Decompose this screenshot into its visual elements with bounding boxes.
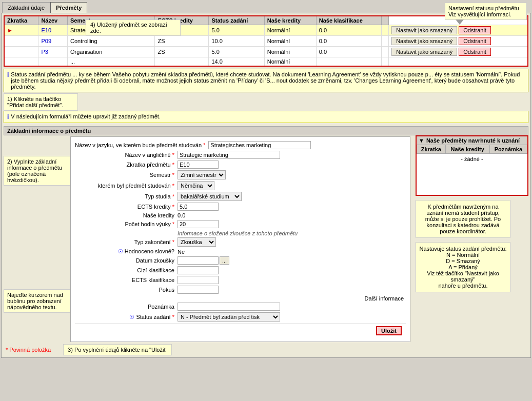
poznamka-input[interactable] [178, 303, 280, 311]
tooltip-consult: K předmětům navrženým na uznání nemá stu… [416, 200, 510, 238]
col-poznamka-uznani: Poznámka [489, 145, 527, 154]
form-row-nazev-en: Název v angličtině * [75, 151, 406, 159]
form-row-typ-studia: Typ studia * bakalářské studium magister… [75, 192, 406, 201]
save-button[interactable]: Uložit [376, 326, 402, 335]
col-kredity-uznani: Naše kredity [445, 145, 489, 154]
subject-form: Název v jazyku, ve kterém bude předmět s… [70, 136, 410, 342]
right-panel-container: ▼ Naše předměty navrhnuté k uznání Zkrat… [416, 135, 528, 342]
cell-semestr [155, 57, 209, 67]
cell-status: Normální [264, 25, 316, 36]
cizi-klasifikace-input[interactable] [178, 266, 219, 274]
remove-button[interactable]: Odstranit [459, 37, 491, 45]
cell-nazev: ... [67, 57, 154, 67]
bottom-row: * Povinná položka 3) Po vyplnění údajů k… [4, 344, 528, 355]
cell-ects: 10.0 [209, 36, 264, 47]
tooltip-save-instruction: 3) Po vyplnění údajů klikněte na "Uložit… [63, 344, 172, 355]
form-row-jazyk: kterém byl předmět studován * Němčina An… [75, 181, 406, 190]
form-row-poznamka: Poznámka [75, 303, 406, 311]
col-zkratka-uznani: Zkratka [417, 145, 446, 154]
nazev-en-input[interactable] [178, 151, 280, 159]
cell-semestr: ZS [155, 47, 209, 57]
cell-status: Normální [264, 47, 316, 57]
form-row-status: ☉ Status zadání * N - Předmět byl zadán … [75, 312, 406, 322]
required-note: * Povinná položka [4, 345, 53, 355]
form-row-ects: ECTS kredity * [75, 203, 406, 211]
right-panel-header: ▼ Naše předměty navrhnuté k uznání [417, 136, 527, 145]
cell-nase_klasifikace [381, 36, 389, 47]
jazyk-select[interactable]: Němčina Angličtina Čeština [178, 181, 214, 190]
save-area: Uložit [75, 324, 406, 337]
ects-klasifikace-input[interactable] [178, 276, 219, 284]
panel-icon: ▼ [419, 137, 424, 144]
typ-zakonceni-select[interactable]: Zkouška Zápočet Kolokvium [178, 237, 216, 247]
form-area: 2) Vyplníte základní informace o předmět… [4, 135, 528, 342]
slozena-info-label: Informace o složené zkoušce z tohoto pře… [178, 230, 406, 236]
tooltip-click-add: 1) Klikněte na tlačítko "Přidat další př… [4, 93, 78, 111]
cell-nase_kredity [316, 57, 381, 67]
main-content: Nastavení statusu předmětu Viz vysvětluj… [1, 13, 531, 358]
cell-nazev: Organisation [67, 47, 154, 57]
cell-nazev: Controlling [67, 36, 154, 47]
subjects-table: Zkratka Název Semestr ECTS kredity Statu… [4, 15, 528, 67]
cell-nase_klasifikace [381, 25, 389, 36]
pocet-hodin-input[interactable] [178, 220, 219, 228]
empty-uznani-msg: - žádné - [417, 154, 527, 165]
col-zkratka: Zkratka [4, 16, 38, 25]
tooltip-status-set: Nastavuje status zadání předmětu: N = No… [416, 242, 510, 292]
tooltip-status-setting: Nastavení statusu předmětu Viz vysvětluj… [445, 3, 527, 20]
remove-button[interactable]: Odstranit [459, 26, 491, 34]
col-nase-klasifikace: Naše klasifikace [316, 16, 381, 25]
form-row-zkratka: Zkratka předmětu * [75, 161, 406, 169]
cell-nase_kredity: 0.0 [316, 47, 381, 57]
right-panel: ▼ Naše předměty navrhnuté k uznání Zkrat… [416, 135, 528, 196]
status-select[interactable]: N - Předmět byl zadán před tisk D - Smaz… [178, 312, 280, 322]
table-wrapper: 4) Uložený předmět se zobrazí zde. Zkrat… [4, 15, 528, 67]
set-deleted-button[interactable]: Nastavit jako smazaný [391, 37, 457, 45]
ects-input[interactable] [178, 203, 219, 211]
col-nazev: Název [38, 16, 68, 25]
remove-button[interactable]: Odstranit [459, 48, 491, 56]
right-panel-spacer [417, 164, 527, 195]
tab-predmety[interactable]: Předměty [50, 2, 87, 13]
col-nase-kredity: Naše kredity [264, 16, 316, 25]
set-deleted-button[interactable]: Nastavit jako smazaný [391, 26, 457, 34]
uznani-table: Zkratka Naše kredity Poznámka - žádné - [417, 145, 527, 164]
cell-ects: 5.0 [209, 47, 264, 57]
form-row-nazev: Název v jazyku, ve kterém bude předmět s… [75, 141, 406, 149]
cell-nase_klasifikace [381, 47, 389, 57]
dalsi-info-label: Další informace [75, 295, 406, 302]
form-row-typ-zakonceni: Typ zakončení * Zkouška Zápočet Kolokviu… [75, 237, 406, 247]
cell-status: Normální [264, 36, 316, 47]
info-box: i Status zadání předmětu ... ky se během… [4, 69, 528, 92]
cell-semestr: ZS [155, 36, 209, 47]
tab-zakladni-udaje[interactable]: Základní údaje [2, 2, 50, 13]
cell-nase_kredity: 0.0 [316, 36, 381, 47]
form-row-datum: Datum zkoušky ... [75, 256, 406, 265]
page-container: Základní údaje Předměty Nastavení status… [0, 0, 532, 401]
form-row-cizi-klasifikace: Cizí klasifikace [75, 266, 406, 274]
cell-ects: 14.0 [209, 57, 264, 67]
info-icon-2: i [7, 113, 9, 121]
subtitle-info-box: i V následujícím formuláři můžete upravi… [4, 111, 528, 123]
subject-link[interactable]: E10 [41, 27, 51, 33]
subject-link[interactable]: P3 [41, 49, 48, 55]
form-row-ects-klasifikace: ECTS klasifikace [75, 276, 406, 284]
subject-link[interactable]: P09 [41, 38, 51, 44]
form-row-nase-kredity: Naše kredity 0.0 [75, 212, 406, 218]
cell-nase_klasifikace [381, 57, 389, 67]
cell-ects: 5.0 [209, 25, 264, 36]
set-deleted-button[interactable]: Nastavit jako smazaný [391, 48, 457, 56]
col-status: Status zadání [209, 16, 264, 25]
semestr-select[interactable]: Zimní semestr Letní semestr [178, 170, 226, 179]
datum-input[interactable] [178, 256, 219, 265]
tooltip-hover-bubble: Najeďte kurzorem nad bublinu pro zobraze… [4, 289, 70, 313]
add-btn-row: 1) Klikněte na tlačítko "Přidat další př… [4, 94, 528, 110]
tooltip-saved: 4) Uložený předmět se zobrazí zde. [86, 19, 181, 36]
date-picker-button[interactable]: ... [220, 256, 229, 265]
form-row-pokus: Pokus [75, 286, 406, 294]
section-header: Základní informace o předmětu [4, 126, 528, 135]
pokus-input[interactable] [178, 286, 219, 294]
zkratka-input[interactable] [178, 161, 219, 169]
nazev-input[interactable] [208, 141, 311, 149]
typ-studia-select[interactable]: bakalářské studium magisterské studium [178, 192, 242, 201]
